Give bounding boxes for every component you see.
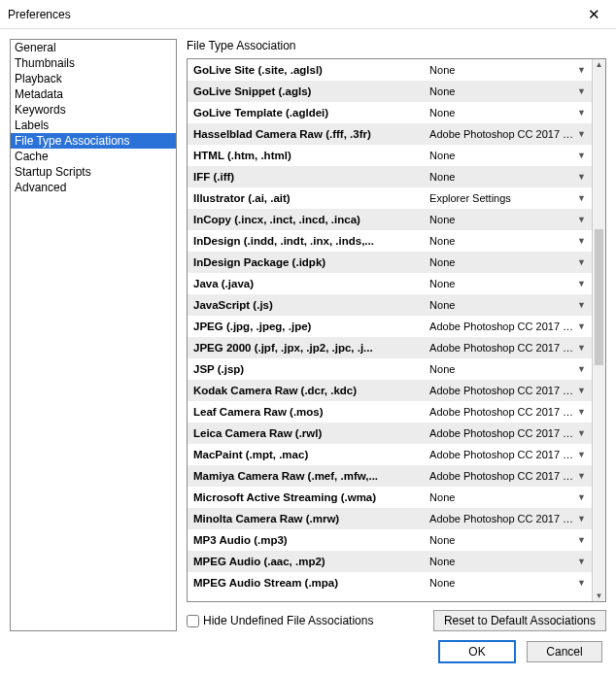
file-type-name: JPEG (.jpg, .jpeg, .jpe) (193, 321, 429, 332)
file-type-value: Explorer Settings (429, 192, 573, 204)
file-type-value: None (429, 556, 573, 567)
sidebar-item-metadata[interactable]: Metadata (11, 86, 176, 102)
chevron-down-icon[interactable]: ▼ (573, 321, 586, 331)
file-type-row[interactable]: JPEG (.jpg, .jpeg, .jpe)Adobe Photoshop … (188, 316, 592, 337)
file-type-row[interactable]: Leaf Camera Raw (.mos)Adobe Photoshop CC… (188, 401, 592, 422)
file-type-value: None (429, 278, 573, 289)
file-type-name: InCopy (.incx, .inct, .incd, .inca) (193, 214, 429, 225)
ok-button[interactable]: OK (439, 641, 515, 662)
file-type-value: Adobe Photoshop CC 2017 1... (429, 321, 573, 332)
file-type-row[interactable]: InDesign Package (.idpk)None▼ (188, 252, 592, 273)
file-type-value: Adobe Photoshop CC 2017 1... (429, 406, 573, 418)
file-type-row[interactable]: Illustrator (.ai, .ait)Explorer Settings… (188, 187, 592, 209)
sidebar-item-advanced[interactable]: Advanced (11, 180, 176, 195)
file-type-list: GoLive Site (.site, .aglsl)None▼GoLive S… (188, 59, 592, 601)
file-type-value: None (429, 107, 573, 118)
file-type-value: None (429, 150, 573, 161)
file-type-name: Illustrator (.ai, .ait) (193, 192, 429, 204)
file-type-name: JSP (.jsp) (193, 363, 429, 375)
file-type-row[interactable]: JPEG 2000 (.jpf, .jpx, .jp2, .jpc, .j...… (188, 337, 592, 358)
sidebar-item-thumbnails[interactable]: Thumbnails (11, 55, 176, 71)
file-type-name: MP3 Audio (.mp3) (193, 534, 429, 546)
chevron-down-icon[interactable]: ▼ (573, 450, 586, 459)
sidebar-item-labels[interactable]: Labels (11, 118, 176, 133)
hide-undefined-checkbox[interactable]: Hide Undefined File Associations (187, 614, 373, 627)
file-type-row[interactable]: HTML (.htm, .html)None▼ (188, 145, 592, 166)
file-type-row[interactable]: InDesign (.indd, .indt, .inx, .inds,...N… (188, 230, 592, 252)
file-type-value: None (429, 299, 573, 311)
hide-undefined-input[interactable] (187, 615, 199, 627)
sidebar-item-general[interactable]: General (11, 40, 176, 55)
file-type-value: Adobe Photoshop CC 2017 1... (429, 470, 573, 482)
chevron-down-icon[interactable]: ▼ (573, 578, 586, 588)
sidebar-item-startup-scripts[interactable]: Startup Scripts (11, 164, 176, 180)
chevron-down-icon[interactable]: ▼ (573, 257, 586, 267)
file-type-row[interactable]: InCopy (.incx, .inct, .incd, .inca)None▼ (188, 209, 592, 230)
file-type-value: None (429, 577, 573, 589)
chevron-down-icon[interactable]: ▼ (573, 193, 586, 203)
chevron-down-icon[interactable]: ▼ (573, 86, 586, 96)
file-type-row[interactable]: Leica Camera Raw (.rwl)Adobe Photoshop C… (188, 422, 592, 444)
reset-defaults-button[interactable]: Reset to Default Associations (433, 610, 606, 631)
file-type-row[interactable]: JSP (.jsp)None▼ (188, 358, 592, 380)
file-type-row[interactable]: MPEG Audio Stream (.mpa)None▼ (188, 572, 592, 593)
sidebar: GeneralThumbnailsPlaybackMetadataKeyword… (10, 39, 177, 631)
file-type-row[interactable]: Microsoft Active Streaming (.wma)None▼ (188, 487, 592, 508)
file-type-row[interactable]: GoLive Snippet (.agls)None▼ (188, 81, 592, 102)
sidebar-item-file-type-associations[interactable]: File Type Associations (11, 133, 176, 149)
chevron-down-icon[interactable]: ▼ (573, 300, 586, 310)
file-type-row[interactable]: GoLive Template (.agldei)None▼ (188, 102, 592, 123)
file-type-value: Adobe Photoshop CC 2017 1... (429, 513, 573, 524)
file-type-row[interactable]: IFF (.iff)None▼ (188, 166, 592, 187)
sidebar-item-keywords[interactable]: Keywords (11, 102, 176, 118)
file-type-value: Adobe Photoshop CC 2017 1... (429, 385, 573, 396)
scroll-up-icon[interactable]: ▲ (593, 60, 605, 69)
close-icon[interactable]: ✕ (579, 7, 608, 21)
file-type-row[interactable]: Minolta Camera Raw (.mrw)Adobe Photoshop… (188, 508, 592, 529)
file-type-name: MacPaint (.mpt, .mac) (193, 449, 429, 460)
file-type-name: InDesign Package (.idpk) (193, 256, 429, 268)
chevron-down-icon[interactable]: ▼ (573, 386, 586, 395)
chevron-down-icon[interactable]: ▼ (573, 279, 586, 288)
file-type-value: None (429, 64, 573, 76)
chevron-down-icon[interactable]: ▼ (573, 151, 586, 160)
chevron-down-icon[interactable]: ▼ (573, 129, 586, 139)
chevron-down-icon[interactable]: ▼ (573, 172, 586, 182)
chevron-down-icon[interactable]: ▼ (573, 514, 586, 524)
file-type-row[interactable]: Java (.java)None▼ (188, 273, 592, 294)
file-type-row[interactable]: MPEG Audio (.aac, .mp2)None▼ (188, 551, 592, 572)
file-type-name: IFF (.iff) (193, 171, 429, 183)
file-type-value: None (429, 85, 573, 97)
chevron-down-icon[interactable]: ▼ (573, 215, 586, 224)
file-type-name: Leica Camera Raw (.rwl) (193, 427, 429, 439)
file-type-name: HTML (.htm, .html) (193, 150, 429, 161)
chevron-down-icon[interactable]: ▼ (573, 471, 586, 481)
chevron-down-icon[interactable]: ▼ (573, 492, 586, 502)
sidebar-item-cache[interactable]: Cache (11, 149, 176, 164)
scroll-thumb[interactable] (595, 229, 603, 365)
scroll-down-icon[interactable]: ▼ (593, 592, 605, 600)
file-type-row[interactable]: GoLive Site (.site, .aglsl)None▼ (188, 59, 592, 81)
chevron-down-icon[interactable]: ▼ (573, 407, 586, 417)
chevron-down-icon[interactable]: ▼ (573, 108, 586, 118)
chevron-down-icon[interactable]: ▼ (573, 557, 586, 566)
file-type-row[interactable]: Hasselblad Camera Raw (.fff, .3fr)Adobe … (188, 123, 592, 145)
file-type-name: Java (.java) (193, 278, 429, 289)
chevron-down-icon[interactable]: ▼ (573, 65, 586, 75)
file-type-value: None (429, 171, 573, 183)
cancel-button[interactable]: Cancel (527, 641, 602, 662)
file-type-row[interactable]: JavaScript (.js)None▼ (188, 294, 592, 316)
chevron-down-icon[interactable]: ▼ (573, 236, 586, 246)
chevron-down-icon[interactable]: ▼ (573, 428, 586, 438)
chevron-down-icon[interactable]: ▼ (573, 535, 586, 545)
sidebar-item-playback[interactable]: Playback (11, 71, 176, 86)
file-type-row[interactable]: Kodak Camera Raw (.dcr, .kdc)Adobe Photo… (188, 380, 592, 401)
file-type-row[interactable]: MacPaint (.mpt, .mac)Adobe Photoshop CC … (188, 444, 592, 465)
file-type-row[interactable]: Mamiya Camera Raw (.mef, .mfw,...Adobe P… (188, 465, 592, 487)
file-type-row[interactable]: MP3 Audio (.mp3)None▼ (188, 529, 592, 551)
file-type-name: GoLive Snippet (.agls) (193, 85, 429, 97)
file-type-name: Kodak Camera Raw (.dcr, .kdc) (193, 385, 429, 396)
chevron-down-icon[interactable]: ▼ (573, 364, 586, 374)
scrollbar[interactable]: ▲ ▼ (592, 59, 605, 601)
chevron-down-icon[interactable]: ▼ (573, 343, 586, 353)
